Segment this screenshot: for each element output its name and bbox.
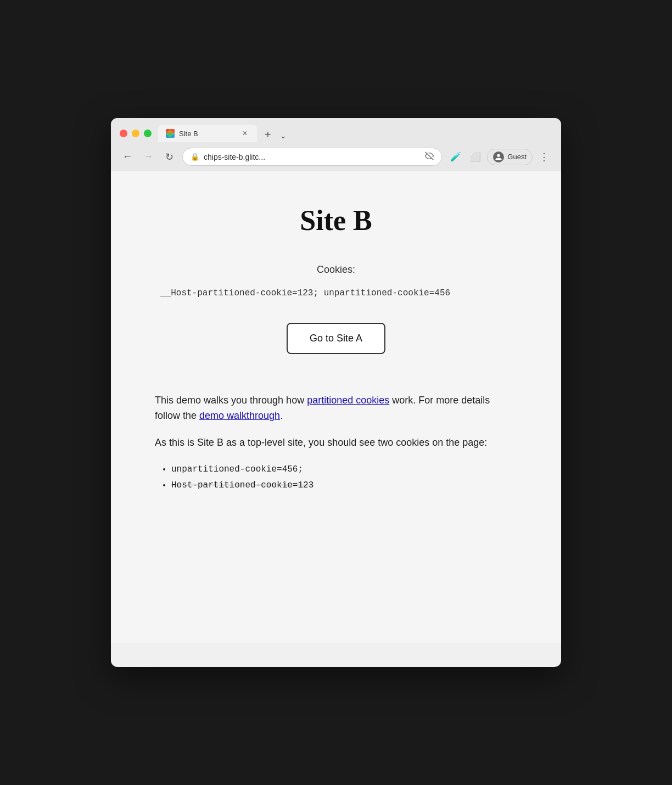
window-controls — [120, 130, 152, 137]
cookie-raw-value: __Host-partitioned-cookie=123; unpartiti… — [155, 287, 517, 301]
toolbar-icons: 🧪 ⬜ Guest ⋮ — [447, 149, 552, 165]
cookie-list-item-2: Host-partitioned-cookie=123 — [171, 480, 313, 490]
forward-icon: → — [143, 151, 153, 162]
description-text-after-link: . — [280, 410, 283, 421]
page-content: Site B Cookies: __Host-partitioned-cooki… — [111, 171, 561, 643]
more-options-icon: ⋮ — [539, 152, 549, 162]
site-b-note: As this is Site B as a top-level site, y… — [155, 435, 517, 451]
active-tab[interactable]: Site B ✕ — [158, 125, 257, 142]
address-bar: ← → ↻ 🔒 chips-site-b.glitc... 🧪 — [111, 142, 561, 171]
forward-button[interactable]: → — [141, 149, 156, 165]
profile-label: Guest — [507, 153, 527, 161]
tab-search-button[interactable]: ⬜ — [467, 149, 484, 165]
reload-icon: ↻ — [165, 151, 173, 163]
title-bar: Site B ✕ + ⌄ — [111, 118, 561, 142]
cookie-list: unpartitioned-cookie=456; Host-partition… — [155, 462, 517, 494]
profile-button[interactable]: Guest — [487, 149, 533, 165]
description-text-before-link: This demo walks you through how — [155, 395, 307, 406]
page-title: Site B — [155, 204, 517, 237]
minimize-button[interactable] — [132, 130, 139, 137]
lock-icon: 🔒 — [191, 153, 199, 161]
new-tab-button[interactable]: + — [259, 127, 277, 142]
list-item: unpartitioned-cookie=456; — [171, 462, 517, 478]
maximize-button[interactable] — [144, 130, 152, 137]
flask-icon: 🧪 — [450, 152, 461, 162]
eye-off-icon — [425, 152, 434, 162]
menu-button[interactable]: ⋮ — [536, 149, 552, 165]
partitioned-cookies-link[interactable]: partitioned cookies — [307, 395, 389, 406]
tab-close-button[interactable]: ✕ — [240, 129, 249, 138]
list-item: Host-partitioned-cookie=123 — [171, 478, 517, 494]
close-button[interactable] — [120, 130, 127, 137]
tabs-bar: Site B ✕ + ⌄ — [158, 125, 552, 142]
tab-title: Site B — [179, 130, 236, 138]
extensions-button[interactable]: 🧪 — [447, 149, 464, 165]
back-icon: ← — [122, 151, 132, 162]
address-bar-input[interactable]: 🔒 chips-site-b.glitc... — [182, 148, 442, 166]
go-to-site-a-button[interactable]: Go to Site A — [287, 323, 385, 354]
cookie-list-item-1: unpartitioned-cookie=456; — [171, 464, 303, 474]
cookies-label: Cookies: — [155, 264, 517, 276]
site-b-favicon-icon — [166, 129, 175, 138]
description-text: This demo walks you through how partitio… — [155, 392, 517, 424]
avatar — [493, 152, 504, 162]
url-text: chips-site-b.glitc... — [204, 153, 421, 161]
demo-walkthrough-link[interactable]: demo walkthrough — [199, 410, 280, 421]
browser-window: Site B ✕ + ⌄ ← → ↻ 🔒 chips-site-b.glitc.… — [111, 118, 561, 667]
tab-more-button[interactable]: ⌄ — [277, 129, 290, 142]
back-button[interactable]: ← — [120, 149, 135, 165]
sidebar-icon: ⬜ — [470, 152, 481, 162]
reload-button[interactable]: ↻ — [161, 149, 177, 165]
